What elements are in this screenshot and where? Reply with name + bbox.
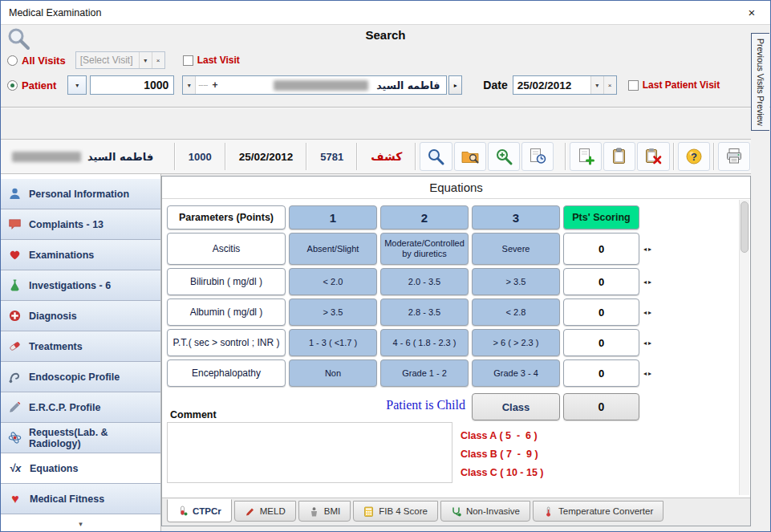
scrollbar-thumb[interactable] — [741, 201, 749, 253]
previous-visits-preview-tab[interactable]: Previous Visits Preview — [751, 33, 769, 131]
stepper-left-icon[interactable]: ◂ — [643, 339, 647, 347]
chevron-down-icon[interactable]: ▾ — [590, 76, 603, 94]
last-patient-visit-label: Last Patient Visit — [643, 79, 720, 91]
sidebar-item-requests[interactable]: Requests(Lab. & Radiology) — [1, 423, 160, 453]
class-value: 0 — [563, 393, 639, 420]
person-icon — [8, 187, 22, 201]
help-icon: ? — [684, 147, 704, 166]
last-patient-visit-checkbox[interactable]: Last Patient Visit — [628, 79, 720, 91]
option-button[interactable]: > 3.5 — [289, 298, 377, 326]
sqrt-icon: √x — [8, 462, 22, 474]
sidebar-item-examinations[interactable]: Examinations — [1, 240, 160, 270]
zoom-search-button[interactable] — [488, 142, 520, 171]
magnifier-icon — [426, 147, 445, 166]
option-button[interactable]: 2.0 - 3.5 — [380, 268, 469, 295]
stepper-left-icon[interactable]: ◂ — [643, 278, 647, 286]
stepper-right-icon[interactable]: ▸ — [648, 278, 651, 286]
patient-name-combo[interactable]: ▾ ┄┄ + فاطمه السيد — [182, 75, 447, 95]
sidebar-scroll-down[interactable]: ▾ — [1, 518, 160, 530]
help-button[interactable]: ? — [678, 142, 710, 171]
option-button[interactable]: > 3.5 — [472, 268, 560, 295]
sidebar-item-treatments[interactable]: Treatments — [1, 331, 160, 362]
sidebar-item-diagnosis[interactable]: Diagnosis — [1, 301, 160, 331]
score-stepper[interactable]: ◂ ▸ — [642, 329, 653, 356]
visit-history-button[interactable] — [521, 142, 554, 171]
comment-textarea[interactable] — [167, 422, 452, 483]
option-button[interactable]: Non — [289, 359, 377, 387]
tab-label: FIB 4 Score — [379, 506, 428, 516]
option-button[interactable]: Absent/Slight — [289, 233, 377, 265]
search-row-patient: Patient ▾ ▾ ┄┄ + فاطمه السيد ▸ Date 25/0… — [7, 75, 748, 95]
patient-id-input[interactable] — [90, 75, 174, 95]
toolbar-separator — [225, 143, 226, 170]
sidebar-item-investigations[interactable]: Investigations - 6 — [1, 270, 160, 301]
next-arrow-button[interactable]: ▸ — [448, 75, 462, 95]
tab-bmi[interactable]: BMI — [298, 501, 351, 522]
select-visit-combo[interactable]: [Select Visit] ▾ × — [75, 51, 165, 69]
medical-examination-window: Medical Examination × Search All Visits … — [0, 0, 771, 532]
ctp-score-table: Parameters (Points) 1 2 3 Pts' Scoring A… — [167, 205, 653, 387]
sidebar-item-medical-fitness[interactable]: ♥ Medical Fitness — [1, 484, 160, 514]
option-button[interactable]: < 2.0 — [289, 268, 377, 295]
tab-ctpcr[interactable]: CTPCr — [167, 499, 232, 522]
add-icon[interactable]: + — [210, 79, 219, 91]
stepper-left-icon[interactable]: ◂ — [643, 246, 647, 253]
copy-record-button[interactable] — [603, 142, 635, 171]
toolbar-separator — [306, 143, 307, 170]
score-stepper[interactable]: ◂ ▸ — [642, 268, 653, 295]
new-record-button[interactable] — [570, 142, 602, 171]
score-stepper[interactable]: ◂ ▸ — [642, 359, 653, 387]
view-visit-button[interactable] — [420, 142, 452, 171]
score-stepper[interactable]: ◂ ▸ — [642, 298, 653, 326]
search-folder-button[interactable] — [454, 142, 486, 171]
printer-icon — [724, 147, 744, 166]
option-button[interactable]: 2.8 - 3.5 — [380, 298, 469, 326]
chevron-down-icon[interactable]: ▾ — [139, 52, 152, 68]
tab-fib4-score[interactable]: FIB 4 Score — [353, 501, 438, 522]
stepper-right-icon[interactable]: ▸ — [648, 309, 651, 316]
tab-non-invasive[interactable]: Non-Invasive — [440, 501, 530, 522]
sidebar-item-complaints[interactable]: Complaints - 13 — [1, 209, 160, 240]
clipboard-icon — [610, 147, 629, 166]
class-button[interactable]: Class — [472, 393, 560, 420]
checkbox-box — [628, 80, 639, 91]
sidebar-item-endoscopic-profile[interactable]: Endoscopic Profile — [1, 362, 160, 392]
score-stepper[interactable]: ◂ ▸ — [642, 233, 653, 265]
stepper-right-icon[interactable]: ▸ — [648, 370, 651, 377]
last-visit-checkbox[interactable]: Last Visit — [183, 55, 240, 66]
toolbar-separator — [673, 143, 675, 170]
option-button[interactable]: Grade 3 - 4 — [472, 359, 560, 387]
patient-dropdown-button[interactable]: ▾ — [67, 75, 87, 95]
close-button[interactable]: × — [733, 1, 770, 24]
clear-icon[interactable]: × — [152, 52, 164, 68]
option-button[interactable]: > 6 ( > 2.3 ) — [472, 329, 560, 356]
stepper-left-icon[interactable]: ◂ — [643, 370, 647, 377]
tab-meld[interactable]: MELD — [234, 501, 296, 522]
chevron-down-icon[interactable]: ▾ — [183, 76, 196, 94]
option-button[interactable]: 4 - 6 ( 1.8 - 2.3 ) — [380, 329, 469, 356]
patient-radio[interactable]: Patient — [7, 79, 56, 91]
stepper-right-icon[interactable]: ▸ — [648, 246, 651, 253]
stepper-left-icon[interactable]: ◂ — [643, 309, 647, 316]
print-button[interactable] — [718, 142, 750, 171]
sidebar-item-label: Endoscopic Profile — [29, 372, 120, 383]
sidebar-item-equations[interactable]: √x Equations — [1, 453, 160, 484]
tab-temperature-converter[interactable]: Temperature Converter — [533, 501, 663, 522]
score-wrap: 0 ◂ ▸ — [563, 359, 653, 387]
option-button[interactable]: Severe — [472, 233, 560, 265]
option-button[interactable]: Grade 1 - 2 — [380, 359, 469, 387]
option-button[interactable]: Moderate/Controlled by diuretics — [380, 233, 469, 265]
sidebar-item-personal-information[interactable]: Personal Information — [1, 179, 160, 209]
stepper-right-icon[interactable]: ▸ — [648, 339, 651, 347]
all-visits-radio[interactable]: All Visits — [7, 55, 66, 67]
option-button[interactable]: < 2.8 — [472, 298, 560, 326]
sidebar-item-label: Personal Information — [29, 189, 129, 200]
delete-record-button[interactable] — [637, 142, 669, 171]
clear-icon[interactable]: × — [603, 76, 616, 94]
date-combo[interactable]: 25/02/2012 ▾ × — [513, 75, 617, 95]
all-visits-label: All Visits — [22, 55, 66, 67]
vertical-scrollbar[interactable] — [739, 200, 749, 495]
option-button[interactable]: 1 - 3 ( <1.7 ) — [289, 329, 377, 356]
param-label: P.T.( sec > sontrol ; INR ) — [167, 329, 286, 356]
sidebar-item-ercp-profile[interactable]: E.R.C.P. Profile — [1, 392, 160, 423]
